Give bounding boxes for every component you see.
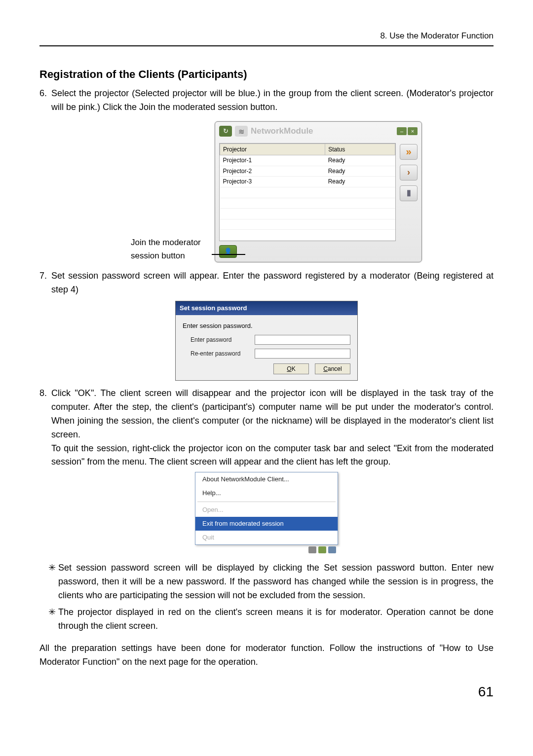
star-icon: ✳: [48, 561, 58, 603]
password-input[interactable]: [255, 335, 350, 345]
step-6: 6. Select the projector (Selected projec…: [39, 87, 494, 114]
note-1: ✳ Set session password screen will be di…: [48, 561, 494, 603]
chapter-label: 8. Use the Moderator Function: [380, 31, 494, 40]
dialog-title: Set session password: [176, 301, 357, 315]
wifi-icon[interactable]: ≋: [235, 126, 248, 137]
star-icon: ✳: [48, 606, 58, 633]
play-button[interactable]: ›: [400, 165, 418, 180]
projector-table: Projector Status Projector-1 Ready Proje…: [219, 143, 396, 241]
step-7-number: 7.: [39, 269, 51, 297]
step-7-text: Set session password screen will appear.…: [51, 269, 494, 297]
reenter-password-label: Re-enter password: [190, 349, 250, 359]
note-1-text: Set session password screen will be disp…: [58, 561, 494, 603]
page-header: 8. Use the Moderator Function: [39, 30, 494, 46]
note-2: ✳ The projector displayed in red on the …: [48, 606, 494, 633]
projector-status: Ready: [325, 177, 395, 187]
reenter-password-input[interactable]: [255, 349, 350, 359]
projector-status: Ready: [325, 166, 395, 177]
refresh-icon[interactable]: ↻: [219, 126, 232, 137]
page-number: 61: [39, 681, 494, 702]
col-projector[interactable]: Projector: [220, 144, 325, 155]
tray-icon[interactable]: [318, 546, 326, 553]
note-2-text: The projector displayed in red on the cl…: [58, 606, 494, 633]
menu-quit: Quit: [195, 531, 338, 544]
projector-status: Ready: [325, 155, 395, 166]
table-row[interactable]: Projector-3 Ready: [220, 177, 395, 187]
projector-name: Projector-2: [220, 166, 325, 177]
context-menu-figure: About NetworkModule Client... Help... Op…: [195, 472, 338, 553]
menu-separator: [197, 502, 336, 502]
table-row[interactable]: Projector-2 Ready: [220, 166, 395, 177]
join-caption-line2: session button: [131, 251, 185, 260]
context-menu: About NetworkModule Client... Help... Op…: [195, 472, 338, 545]
step-8-text-b: To quit the session, right-click the pro…: [51, 443, 494, 467]
step-8: 8. Click "OK". The client screen will di…: [39, 387, 494, 469]
tray-icon[interactable]: [328, 546, 336, 553]
step-8-number: 8.: [39, 387, 51, 469]
projector-name: Projector-3: [220, 177, 325, 187]
networkmodule-window: ↻ ≋ NetworkModule – × Projector Status P…: [215, 121, 422, 262]
step-6-number: 6.: [39, 87, 51, 114]
nm-titlebar: ↻ ≋ NetworkModule – ×: [215, 122, 421, 141]
col-status[interactable]: Status: [325, 144, 395, 155]
password-label: Enter password: [190, 335, 250, 345]
cancel-button[interactable]: Cancel: [315, 363, 350, 374]
step-7: 7. Set session password screen will appe…: [39, 269, 494, 297]
close-button[interactable]: ×: [408, 127, 418, 135]
minimize-button[interactable]: –: [397, 127, 407, 135]
caption-leader-line: [212, 254, 245, 255]
menu-help[interactable]: Help...: [195, 486, 338, 500]
join-session-button[interactable]: 👤: [219, 245, 237, 258]
step-8-text-a: Click "OK". The client screen will disap…: [51, 388, 494, 439]
menu-open: Open...: [195, 503, 338, 517]
building-icon[interactable]: ▮: [400, 185, 418, 201]
step-6-text: Select the projector (Selected projector…: [51, 87, 494, 114]
projector-name: Projector-1: [220, 155, 325, 166]
closing-paragraph: All the preparation settings have been d…: [39, 642, 494, 669]
system-tray: [195, 545, 338, 553]
nm-window-title: NetworkModule: [251, 125, 313, 138]
menu-about[interactable]: About NetworkModule Client...: [195, 472, 338, 486]
ok-button[interactable]: OK: [273, 363, 309, 374]
connect-button[interactable]: »: [400, 144, 418, 160]
set-password-dialog: Set session password Enter session passw…: [175, 301, 358, 381]
join-caption-line1: Join the moderator: [131, 238, 201, 247]
dialog-instruction: Enter session password.: [183, 321, 350, 331]
figure-networkmodule: Join the moderator session button ↻ ≋ Ne…: [59, 121, 494, 262]
join-button-caption: Join the moderator session button: [131, 236, 210, 262]
section-title: Registration of the Clients (Participant…: [39, 66, 494, 83]
tray-icon[interactable]: [308, 546, 316, 553]
menu-exit-session[interactable]: Exit from moderated session: [195, 517, 338, 531]
table-row[interactable]: Projector-1 Ready: [220, 155, 395, 166]
